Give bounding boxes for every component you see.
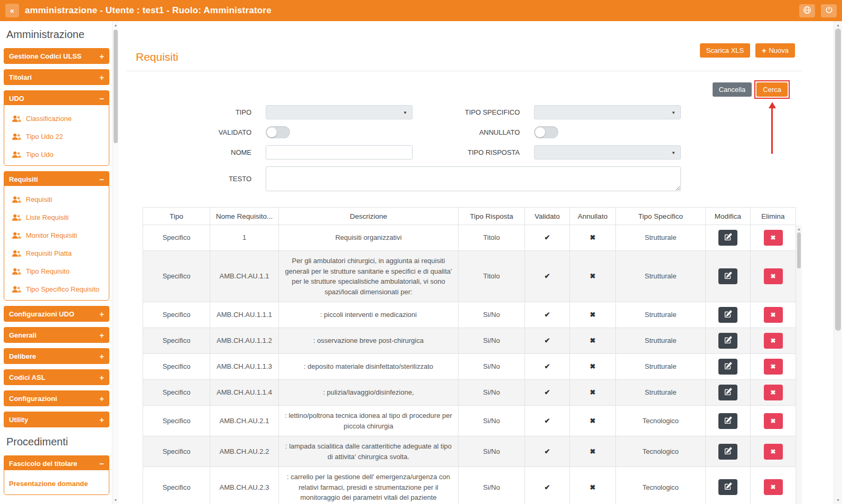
sidebar-item[interactable]: Tipo Requisito bbox=[4, 262, 109, 280]
check-icon: ✔ bbox=[545, 272, 550, 280]
sidebar-item[interactable]: Tipo Udo bbox=[4, 145, 109, 163]
sidebar-section: Gestione Codici ULSS + bbox=[4, 48, 109, 64]
delete-button[interactable]: ✖ bbox=[764, 413, 783, 429]
testo-textarea[interactable] bbox=[266, 166, 681, 191]
delete-button[interactable]: ✖ bbox=[764, 230, 783, 246]
sidebar-item[interactable]: Requisiti Piatta bbox=[4, 244, 109, 262]
sidebar-section-button[interactable]: Gestione Codici ULSS + bbox=[4, 48, 109, 64]
window-title: amministrazione - Utente : test1 - Ruolo… bbox=[25, 5, 272, 16]
cell-descrizione: : pulizia/lavaggio/disinfezione, bbox=[279, 380, 459, 406]
edit-button[interactable] bbox=[718, 333, 737, 349]
new-button[interactable]: + Nuova bbox=[755, 43, 795, 58]
annullato-toggle[interactable] bbox=[534, 126, 558, 138]
sidebar-scrollbar-thumb[interactable] bbox=[114, 30, 118, 143]
scroll-down-icon[interactable]: ▼ bbox=[113, 498, 119, 502]
sidebar-item[interactable]: Presentazione domande bbox=[4, 474, 109, 492]
sidebar-item[interactable]: Requisiti bbox=[4, 190, 109, 208]
sidebar-item[interactable]: Tipo Udo 22 bbox=[4, 127, 109, 145]
cell-nome-requisito: AMB.CH.AU.2.2 bbox=[210, 436, 279, 467]
cell-validato: ✔ bbox=[525, 380, 570, 406]
check-icon: ✔ bbox=[545, 417, 550, 425]
sidebar-section-button[interactable]: Requisiti − bbox=[4, 171, 109, 187]
download-xls-button[interactable]: Scarica XLS bbox=[700, 43, 751, 58]
edit-button[interactable] bbox=[718, 359, 737, 375]
sidebar-section-button[interactable]: UDO − bbox=[4, 90, 109, 106]
chevron-down-icon: ▼ bbox=[671, 150, 676, 155]
column-header-annullato: Annullato bbox=[570, 208, 616, 225]
delete-button[interactable]: ✖ bbox=[764, 333, 783, 349]
edit-button[interactable] bbox=[718, 479, 737, 495]
sidebar-collapse-button[interactable]: « bbox=[5, 4, 19, 17]
sidebar-section: Configurazioni + bbox=[4, 390, 109, 406]
cell-elimina: ✖ bbox=[751, 467, 796, 504]
sidebar-item[interactable]: Liste Requisiti bbox=[4, 208, 109, 226]
pencil-square-icon bbox=[724, 388, 732, 397]
sidebar-scrollbar[interactable]: ▲ ▼ bbox=[112, 21, 119, 504]
sidebar-item[interactable]: Classificazione bbox=[4, 109, 109, 127]
delete-button[interactable]: ✖ bbox=[764, 268, 783, 284]
cell-validato: ✔ bbox=[525, 251, 570, 302]
table-scrollbar-thumb[interactable] bbox=[797, 232, 801, 268]
tipo-specifico-select[interactable]: ▼ bbox=[534, 105, 681, 119]
delete-button[interactable]: ✖ bbox=[764, 444, 783, 460]
scroll-up-icon[interactable]: ▲ bbox=[796, 227, 802, 231]
scroll-up-icon[interactable]: ▲ bbox=[834, 23, 842, 27]
search-button[interactable]: Cerca bbox=[756, 82, 788, 97]
cell-elimina: ✖ bbox=[751, 225, 796, 251]
edit-button[interactable] bbox=[718, 385, 737, 400]
column-header-nome-requisito: Nome Requisito... bbox=[210, 208, 279, 225]
nome-input[interactable] bbox=[266, 145, 413, 160]
sidebar-item[interactable]: Tipo Specifico Requisito bbox=[4, 280, 109, 298]
edit-button[interactable] bbox=[718, 413, 737, 429]
page-scrollbar-thumb[interactable] bbox=[835, 29, 841, 331]
sidebar-section-button[interactable]: Fascicolo del titolare − bbox=[4, 455, 109, 471]
page-scrollbar[interactable]: ▲ ▼ bbox=[834, 21, 842, 504]
cell-modifica bbox=[706, 225, 751, 251]
table-scrollbar[interactable]: ▲ bbox=[796, 225, 802, 504]
edit-button[interactable] bbox=[718, 268, 737, 284]
column-header-modifica: Modifica bbox=[706, 208, 751, 225]
sidebar-section-button[interactable]: Utility + bbox=[4, 412, 109, 427]
tipo-specifico-label: TIPO SPECIFICO bbox=[427, 108, 520, 116]
language-button[interactable] bbox=[799, 4, 815, 17]
validato-toggle[interactable] bbox=[266, 126, 290, 138]
sidebar-item-label: Tipo Udo 22 bbox=[26, 133, 63, 141]
sidebar-item[interactable]: Monitor Requisiti bbox=[4, 226, 109, 244]
sidebar-section-button[interactable]: Configurazioni + bbox=[4, 390, 109, 406]
sidebar-section-button[interactable]: Generali + bbox=[4, 327, 109, 343]
delete-button[interactable]: ✖ bbox=[764, 479, 783, 495]
sidebar-heading-procedimenti: Procedimenti bbox=[6, 436, 109, 448]
cell-tipo-specifico: Strutturale bbox=[616, 225, 706, 251]
sidebar-section-button[interactable]: Codici ASL + bbox=[4, 369, 109, 385]
sidebar-section-button[interactable]: Titolari + bbox=[4, 69, 109, 85]
cell-annullato: ✖ bbox=[570, 406, 616, 436]
pencil-square-icon bbox=[724, 416, 732, 426]
cell-tipo-specifico: Tecnologico bbox=[616, 467, 706, 504]
expand-collapse-icon: + bbox=[99, 310, 104, 319]
delete-button[interactable]: ✖ bbox=[764, 359, 783, 375]
tipo-risposta-select[interactable]: ▼ bbox=[534, 145, 681, 160]
scroll-down-icon[interactable]: ▼ bbox=[834, 498, 842, 502]
delete-button[interactable]: ✖ bbox=[764, 385, 783, 400]
cell-annullato: ✖ bbox=[570, 436, 616, 467]
cell-descrizione: Requisiti organizzativi bbox=[279, 225, 459, 251]
edit-button[interactable] bbox=[718, 307, 737, 323]
cancel-button[interactable]: Cancella bbox=[713, 82, 752, 97]
delete-button[interactable]: ✖ bbox=[764, 307, 783, 323]
sidebar-section: Codici ASL + bbox=[4, 369, 109, 385]
sidebar-section-button[interactable]: Delibere + bbox=[4, 348, 109, 364]
table-row: Specifico AMB.CH.AU.1.1.4 : pulizia/lava… bbox=[143, 380, 796, 406]
edit-button[interactable] bbox=[718, 444, 737, 460]
logout-button[interactable] bbox=[821, 4, 837, 17]
sidebar-section: Fascicolo del titolare − Presentazione d… bbox=[4, 455, 109, 495]
sidebar-section-button[interactable]: Configurazioni UDO + bbox=[4, 306, 109, 322]
cell-descrizione: : piccoli interventi e medicazioni bbox=[279, 302, 459, 328]
cell-tipo-risposta: Si/No bbox=[459, 436, 525, 467]
table-row: Specifico AMB.CH.AU.1.1 Per gli ambulato… bbox=[143, 251, 796, 302]
person-icon bbox=[12, 151, 21, 158]
tipo-select[interactable]: ▼ bbox=[266, 105, 413, 119]
page-head: Requisiti Scarica XLS + Nuova bbox=[119, 21, 834, 63]
cell-validato: ✔ bbox=[525, 354, 570, 380]
edit-button[interactable] bbox=[718, 230, 737, 246]
scroll-up-icon[interactable]: ▲ bbox=[113, 23, 119, 27]
